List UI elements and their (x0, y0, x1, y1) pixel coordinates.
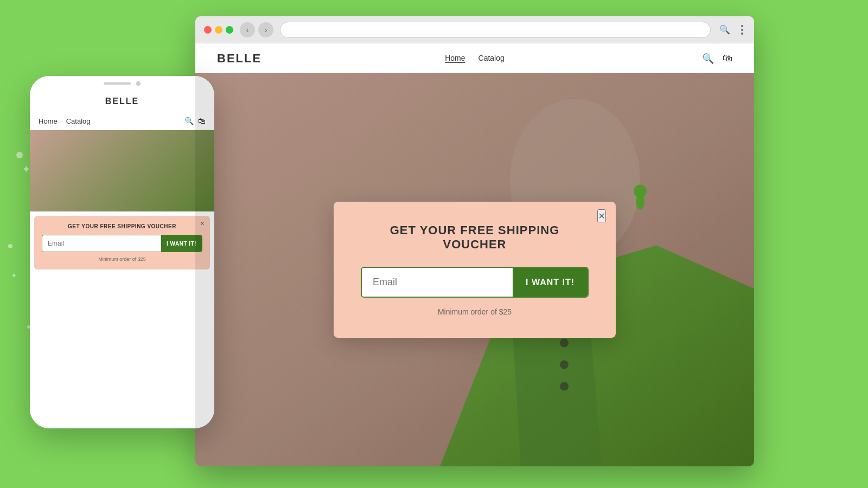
back-button[interactable]: ‹ (240, 22, 255, 37)
popup-title: GET YOUR FREE SHIPPING VOUCHER (361, 223, 589, 252)
mobile-email-input[interactable] (42, 235, 161, 252)
deco-dot-2 (8, 244, 12, 248)
mobile-nav-catalog[interactable]: Catalog (66, 117, 91, 125)
mobile-logo: BELLE (105, 97, 139, 106)
popup-close-button[interactable]: × (597, 209, 606, 222)
search-icon[interactable]: 🔍 (702, 53, 714, 65)
traffic-lights (204, 26, 233, 34)
mobile-site-header: BELLE (30, 91, 214, 112)
email-input[interactable] (362, 268, 513, 297)
browser-window: ‹ › 🔍 BELLE Home Catalog 🔍 🛍 (195, 16, 754, 466)
nav-catalog-link[interactable]: Catalog (478, 54, 505, 63)
popup-form: I WANT IT! (361, 267, 589, 298)
submit-button[interactable]: I WANT IT! (513, 268, 588, 297)
header-actions: 🔍 🛍 (702, 53, 732, 65)
address-bar[interactable] (280, 22, 711, 38)
menu-dot-2 (741, 29, 743, 31)
traffic-light-yellow[interactable] (215, 26, 222, 34)
mobile-popup-title: GET YOUR FREE SHIPPING VOUCHER (42, 223, 202, 229)
site-navigation: Home Catalog (445, 54, 505, 63)
mobile-top-bar (30, 76, 214, 91)
mobile-speaker (104, 82, 131, 85)
mobile-camera (136, 81, 141, 86)
nav-home-link[interactable]: Home (445, 54, 465, 63)
popup-overlay: × GET YOUR FREE SHIPPING VOUCHER I WANT … (195, 73, 754, 466)
website-content: BELLE Home Catalog 🔍 🛍 (195, 43, 754, 466)
menu-dot-1 (741, 25, 743, 27)
mobile-popup-modal: × GET YOUR FREE SHIPPING VOUCHER I WANT … (34, 216, 210, 269)
browser-navigation: ‹ › (240, 22, 273, 37)
mobile-search-icon[interactable]: 🔍 (184, 117, 194, 125)
popup-note: Minimum order of $25 (361, 307, 589, 316)
hero-area: × GET YOUR FREE SHIPPING VOUCHER I WANT … (195, 73, 754, 466)
browser-menu-button[interactable] (739, 23, 745, 37)
mobile-nav-home[interactable]: Home (39, 117, 58, 125)
menu-dot-3 (741, 33, 743, 35)
mobile-popup-note: Minimum order of $25 (42, 256, 202, 262)
site-header: BELLE Home Catalog 🔍 🛍 (195, 43, 754, 73)
mobile-mockup: BELLE Home Catalog 🔍 🛍 × GET YOUR FREE S… (30, 76, 214, 428)
browser-chrome: ‹ › 🔍 (195, 16, 754, 43)
mobile-popup-form: I WANT IT! (42, 235, 202, 252)
mobile-website-content: BELLE Home Catalog 🔍 🛍 × GET YOUR FREE S… (30, 91, 214, 428)
site-logo: BELLE (217, 52, 261, 66)
traffic-light-red[interactable] (204, 26, 212, 34)
popup-modal: × GET YOUR FREE SHIPPING VOUCHER I WANT … (334, 202, 616, 338)
browser-search-icon[interactable]: 🔍 (717, 22, 732, 37)
cart-icon[interactable]: 🛍 (723, 53, 732, 64)
mobile-hero-image (30, 130, 214, 211)
forward-button[interactable]: › (258, 22, 273, 37)
traffic-light-green[interactable] (226, 26, 233, 34)
deco-dot-1 (16, 152, 23, 158)
mobile-nav: Home Catalog 🔍 🛍 (30, 112, 214, 130)
